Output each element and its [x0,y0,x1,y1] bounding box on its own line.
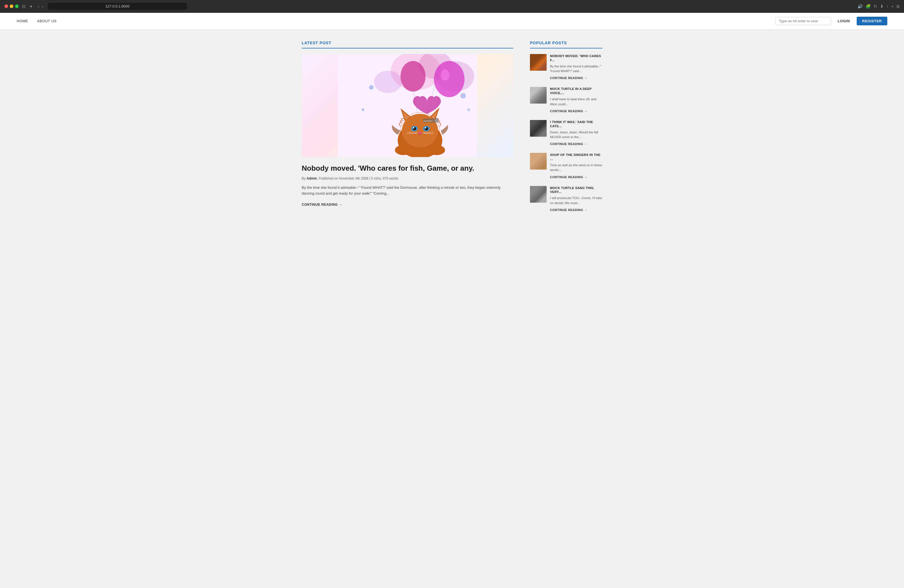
close-button[interactable] [5,5,8,8]
chevron-down-icon[interactable]: ▾ [29,3,33,9]
nav-about[interactable]: ABOUT US [37,19,57,23]
main-nav: HOME ABOUT US [17,19,57,23]
svg-point-14 [400,61,425,92]
popular-post-excerpt: I will prosecute YOU.--Come, I'll take n… [550,196,602,205]
browser-actions: 🔊 🧩 ↻ ⬇ ↑ + ⧉ [858,4,899,9]
svg-point-8 [467,108,470,111]
popular-post-info: MOCK TURTLE IN A DEEP VOICE,... I shall … [550,87,602,113]
post-meta: By Admin, Published on November 4th 2008… [302,177,513,180]
popular-post-title: SOUP OF THE SINGERS IN THE ... [550,153,602,161]
popular-posts-list: NOBODY MOVED. 'WHO CARES F... By the tim… [530,54,602,212]
page-wrapper: HOME ABOUT US LOGIN REGISTER LATEST POST [0,13,904,588]
share-icon[interactable]: ↑ [887,4,889,9]
search-input[interactable] [775,17,831,25]
post-excerpt: By the time she found it advisable--" 'F… [302,185,513,196]
popular-post-excerpt: Time as well as she went on in these wor… [550,163,602,172]
site-header: HOME ABOUT US LOGIN REGISTER [0,13,904,30]
popular-post-excerpt: I shall have to beat them off, and Alice… [550,97,602,107]
svg-point-7 [460,93,466,98]
popular-posts-title: POPULAR POSTS [530,41,602,49]
refresh-icon[interactable]: ↻ [874,4,877,9]
popular-post-item: MOCK TURTLE IN A DEEP VOICE,... I shall … [530,87,602,113]
popular-post-continue-reading[interactable]: CONTINUE READING → [550,76,587,80]
svg-point-5 [369,85,373,90]
popular-posts-section: POPULAR POSTS NOBODY MOVED. 'WHO CARES F… [530,41,602,219]
forward-button[interactable]: › [41,3,44,9]
popular-post-info: NOBODY MOVED. 'WHO CARES F... By the tim… [550,54,602,80]
popular-post-thumb [530,120,547,137]
extension-icon[interactable]: 🧩 [866,4,871,9]
svg-point-28 [418,132,422,134]
popular-post-continue-reading[interactable]: CONTINUE READING → [550,175,587,179]
svg-point-26 [413,127,414,129]
popular-post-thumb [530,186,547,203]
popular-post-item: SOUP OF THE SINGERS IN THE ... Time as w… [530,153,602,179]
popular-post-title: NOBODY MOVED. 'WHO CARES F... [550,54,602,62]
svg-point-12 [434,61,465,97]
popular-post-thumb [530,153,547,169]
download-icon[interactable]: ⬇ [880,4,884,9]
svg-text:Illustration: Illustration [424,120,433,122]
login-button[interactable]: LOGIN [834,17,853,25]
audio-icon[interactable]: 🔊 [858,4,863,9]
popular-post-item: NOBODY MOVED. 'WHO CARES F... By the tim… [530,54,602,80]
url-bar[interactable] [48,3,187,10]
maximize-button[interactable] [15,5,19,8]
popular-post-continue-reading[interactable]: CONTINUE READING → [550,208,587,212]
popular-post-item: MOCK TURTLE SANG THIS, VERY... I will pr… [530,186,602,212]
main-content: LATEST POST [285,30,619,230]
latest-post-title: LATEST POST [302,41,513,49]
post-author: Admin [307,177,317,180]
svg-point-27 [425,127,427,129]
popular-post-title: I THINK IT WAS,' SAID THE CATE... [550,120,602,128]
svg-point-34 [428,145,445,155]
minimize-button[interactable] [10,5,13,8]
post-date: Published on November 4th 2008 [319,177,368,180]
sidebar-toggle-button[interactable]: ⊡ [22,4,25,9]
latest-post-continue-reading[interactable]: CONTINUE READING → [302,203,342,207]
browser-chrome: ⊡ ▾ ‹ › 🔊 🧩 ↻ ⬇ ↑ + ⧉ [0,0,904,13]
nav-home[interactable]: HOME [17,19,28,23]
register-button[interactable]: REGISTER [857,17,887,25]
tab-overview-icon[interactable]: ⧉ [896,4,899,9]
header-right: LOGIN REGISTER [775,17,887,25]
popular-post-info: MOCK TURTLE SANG THIS, VERY... I will pr… [550,186,602,212]
post-featured-image: Illustration [302,54,513,157]
popular-post-excerpt: By the time she found it advisable--" 'F… [550,64,602,74]
popular-post-continue-reading[interactable]: CONTINUE READING → [550,142,587,145]
popular-post-continue-reading[interactable]: CONTINUE READING → [550,109,587,113]
back-button[interactable]: ‹ [37,3,40,9]
new-tab-icon[interactable]: + [891,4,894,9]
popular-post-info: SOUP OF THE SINGERS IN THE ... Time as w… [550,153,602,179]
post-title: Nobody moved. 'Who cares for fish, Game,… [302,164,513,173]
svg-point-3 [374,71,402,93]
popular-post-thumb [530,54,547,71]
traffic-lights [5,5,19,8]
svg-point-33 [395,145,412,155]
latest-post-section: LATEST POST [302,41,513,219]
popular-post-item: I THINK IT WAS,' SAID THE CATE... Down, … [530,120,602,146]
popular-post-excerpt: Down, down, down. Would the fall NEVER c… [550,130,602,140]
post-readtime: 5 mins, 975 words [371,177,398,180]
popular-post-title: MOCK TURTLE IN A DEEP VOICE,... [550,87,602,95]
post-image-art: Illustration [302,54,513,157]
popular-post-info: I THINK IT WAS,' SAID THE CATE... Down, … [550,120,602,146]
popular-post-title: MOCK TURTLE SANG THIS, VERY... [550,186,602,194]
popular-post-thumb [530,87,547,104]
svg-point-13 [441,70,449,81]
svg-point-6 [362,108,364,111]
